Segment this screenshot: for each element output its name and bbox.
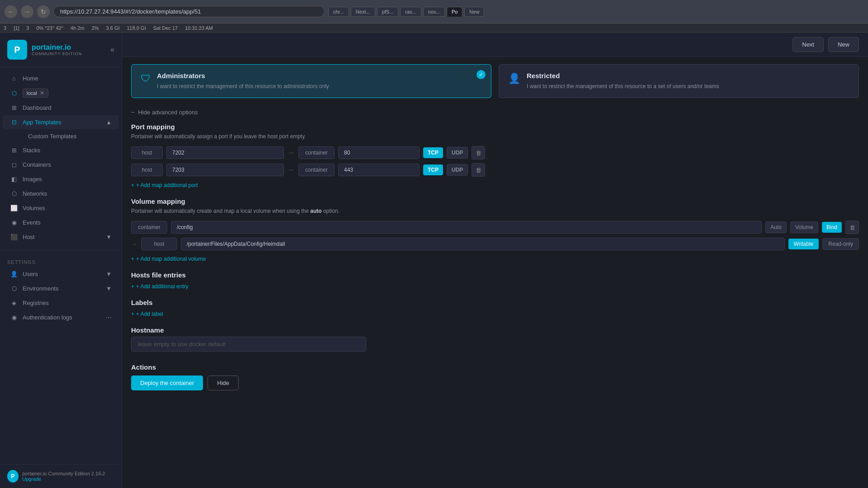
tab-next[interactable]: Next...	[351, 7, 375, 17]
forward-button[interactable]: →	[21, 5, 33, 18]
sidebar-item-users[interactable]: 👤 Users ▼	[3, 267, 119, 281]
url-bar[interactable]: https://10.27.27.24:9443/#!/2/docker/tem…	[53, 6, 325, 17]
sidebar-item-images[interactable]: ◧ Images	[3, 172, 119, 186]
add-label-link[interactable]: + + Add label	[131, 309, 859, 319]
deploy-container-button[interactable]: Deploy the container	[131, 375, 203, 390]
sidebar-item-host[interactable]: ⬛ Host ▼	[3, 230, 119, 244]
chevron-down-icon: ▼	[106, 234, 112, 240]
settings-section-title: Settings	[0, 256, 122, 267]
access-card-restricted[interactable]: 👤 Restricted I want to restrict the mana…	[499, 64, 859, 98]
add-hosts-entry-link[interactable]: + + Add additional entry	[131, 282, 859, 291]
port-row-2: host → container TCP UDP 🗑	[131, 163, 859, 177]
tab-portainer[interactable]: Po	[447, 7, 462, 17]
sidebar-item-app-templates[interactable]: ⊡ App Templates ▲	[3, 115, 119, 129]
vol-arrow-icon: →	[131, 240, 137, 248]
plus-icon-vol: +	[131, 256, 134, 262]
restricted-card-content: Restricted I want to restrict the manage…	[527, 72, 719, 90]
upgrade-link[interactable]: Upgrade	[22, 476, 41, 482]
vol-container-path-1[interactable]	[171, 221, 762, 234]
dashboard-icon: ⊞	[10, 104, 18, 111]
delete-vol-btn-1[interactable]: 🗑	[845, 221, 859, 234]
sidebar-item-networks[interactable]: ⬡ Networks	[3, 187, 119, 201]
sidebar-item-auth-logs[interactable]: ◉ Authentication logs ⋯	[3, 310, 119, 324]
actions-row: Deploy the container Hide	[131, 375, 859, 390]
sidebar-item-custom-templates[interactable]: Custom Templates	[23, 130, 119, 143]
tab-new[interactable]: New	[464, 7, 484, 17]
sidebar: P portainer.io COMMUNITY EDITION « ⌂ Hom…	[0, 33, 122, 488]
back-button[interactable]: ←	[5, 5, 17, 18]
sidebar-item-stacks[interactable]: ⊞ Stacks	[3, 143, 119, 157]
host-port-input-1[interactable]	[166, 146, 284, 159]
new-button[interactable]: New	[828, 37, 859, 52]
access-card-administrators[interactable]: 🛡 Administrators I want to restrict the …	[131, 64, 491, 98]
sidebar-collapse-button[interactable]: «	[110, 46, 114, 54]
window-num: [1]	[14, 25, 19, 31]
sidebar-stacks-label: Stacks	[23, 147, 112, 154]
auto-btn[interactable]: Auto	[765, 221, 787, 233]
refresh-button[interactable]: ↻	[37, 5, 50, 18]
restricted-card-desc: I want to restrict the management of thi…	[527, 82, 719, 90]
status-bar: 3 [1] 3 0% *23° 42° 4h 2m 2% 3.6 GI 118.…	[0, 23, 868, 33]
app-templates-submenu: Custom Templates	[0, 130, 122, 143]
env-icon: ⬡	[10, 90, 18, 97]
volume-row-1: container Auto Volume Bind 🗑	[131, 221, 859, 234]
tab-chr[interactable]: chr...	[328, 7, 349, 17]
networks-icon: ⬡	[10, 190, 18, 197]
plus-icon-port: +	[131, 182, 134, 188]
sidebar-images-label: Images	[23, 176, 112, 183]
tab-nov[interactable]: nov...	[423, 7, 445, 17]
sidebar-home-label: Home	[23, 75, 112, 82]
writable-btn[interactable]: Writable	[788, 239, 819, 249]
sidebar-containers-label: Containers	[23, 161, 112, 168]
tab-pfs[interactable]: pfS...	[377, 7, 399, 17]
hosts-file-title: Hosts file entries	[131, 271, 859, 279]
delete-port-btn-1[interactable]: 🗑	[472, 146, 485, 160]
udp-btn-2[interactable]: UDP	[447, 164, 468, 176]
sidebar-environments-label: Environments	[23, 285, 101, 292]
add-volume-link[interactable]: + + Add map additional volume	[131, 254, 859, 264]
sidebar-item-containers[interactable]: ◻ Containers	[3, 158, 119, 172]
logo-icon: P	[7, 40, 27, 60]
tab-ras[interactable]: ras...	[400, 7, 421, 17]
hostname-input[interactable]	[131, 337, 366, 352]
next-button[interactable]: Next	[793, 37, 824, 52]
sidebar-item-environments[interactable]: ⬡ Environments ▼	[3, 282, 119, 296]
volume-row-2: → host Writable Read-only	[131, 238, 859, 250]
env-close-button[interactable]: ✕	[40, 90, 44, 96]
sidebar-item-dashboard[interactable]: ⊞ Dashboard	[3, 101, 119, 115]
bind-btn[interactable]: Bind	[822, 222, 842, 233]
tcp-btn-1[interactable]: TCP	[423, 147, 443, 158]
browser-bar: ← → ↻ https://10.27.27.24:9443/#!/2/dock…	[0, 0, 868, 23]
sidebar-item-home[interactable]: ⌂ Home	[3, 71, 119, 85]
cpu-pct: 2%	[92, 25, 99, 31]
tcp-btn-2[interactable]: TCP	[423, 164, 443, 175]
footer-text: portainer.io Community Edition 2.16.2 Up…	[22, 471, 114, 482]
top-bar-actions: Next New	[793, 37, 859, 52]
hide-advanced-options-toggle[interactable]: − Hide advanced options	[122, 105, 868, 123]
container-port-input-1[interactable]	[338, 146, 420, 159]
volume-btn[interactable]: Volume	[790, 221, 818, 233]
restricted-card-title: Restricted	[527, 72, 719, 80]
delete-port-btn-2[interactable]: 🗑	[472, 163, 485, 177]
readonly-btn[interactable]: Read-only	[822, 238, 859, 250]
hide-button[interactable]: Hide	[208, 375, 239, 390]
vol-host-path-2[interactable]	[181, 238, 785, 250]
users-icon: 👤	[10, 271, 18, 277]
port-row-1: host → container TCP UDP 🗑	[131, 146, 859, 160]
hide-advanced-label: Hide advanced options	[138, 109, 198, 116]
add-port-link[interactable]: + + Add map additional port	[131, 180, 859, 190]
sidebar-item-registries[interactable]: ◈ Registries	[3, 296, 119, 310]
host-port-input-2[interactable]	[166, 164, 284, 176]
app-templates-icon: ⊡	[10, 119, 18, 126]
chevron-up-icon: ▲	[106, 119, 112, 126]
admin-card-desc: I want to restrict the management of thi…	[157, 82, 329, 90]
sidebar-item-events[interactable]: ◉ Events	[3, 216, 119, 230]
volume-mapping-desc: Portainer will automatically create and …	[131, 208, 859, 214]
volume-mapping-title: Volume mapping	[131, 197, 859, 205]
users-chevron-icon: ▼	[106, 271, 112, 277]
udp-btn-1[interactable]: UDP	[447, 147, 468, 159]
sidebar-item-volumes[interactable]: ⬜ Volumes	[3, 201, 119, 215]
container-port-input-2[interactable]	[338, 164, 420, 176]
date: Sat Dec 17	[153, 25, 178, 31]
vol-container-label-1: container	[131, 221, 167, 234]
